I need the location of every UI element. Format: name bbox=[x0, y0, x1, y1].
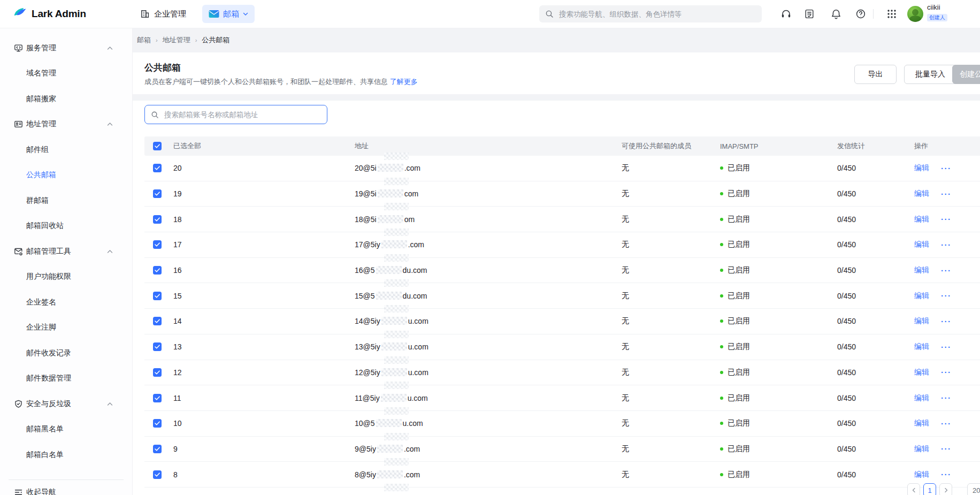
next-page-button[interactable] bbox=[939, 483, 952, 495]
mailbox-search-box[interactable] bbox=[144, 105, 327, 124]
more-actions-button[interactable]: ··· bbox=[941, 317, 952, 326]
send-stats-value: 0/450 bbox=[837, 266, 856, 275]
sidebar-item-domain-management[interactable]: 域名管理 bbox=[0, 61, 132, 87]
sidebar-item-user-permissions[interactable]: 用户功能权限 bbox=[0, 264, 132, 290]
export-button[interactable]: 导出 bbox=[854, 65, 897, 84]
row-checkbox[interactable] bbox=[153, 266, 162, 275]
edit-link[interactable]: 编辑 bbox=[914, 265, 929, 275]
global-search[interactable] bbox=[539, 5, 762, 22]
more-actions-button[interactable]: ··· bbox=[941, 419, 952, 428]
row-checkbox[interactable] bbox=[153, 445, 162, 453]
more-actions-button[interactable]: ··· bbox=[941, 368, 952, 377]
table-row: 19 19@5icom 无 已启用 0/450 编辑··· bbox=[144, 181, 980, 207]
row-checkbox[interactable] bbox=[153, 394, 162, 402]
edit-link[interactable]: 编辑 bbox=[914, 163, 929, 173]
breadcrumb-address-management[interactable]: 地址管理 bbox=[163, 35, 190, 45]
sidebar-item-enterprise-signature[interactable]: 企业签名 bbox=[0, 290, 132, 315]
row-operations: 编辑··· bbox=[914, 470, 952, 479]
edit-link[interactable]: 编辑 bbox=[914, 316, 929, 326]
row-checkbox[interactable] bbox=[153, 317, 162, 325]
row-operations: 编辑··· bbox=[914, 342, 952, 352]
edit-link[interactable]: 编辑 bbox=[914, 291, 929, 301]
status-dot-green bbox=[720, 218, 723, 221]
sidebar-item-enterprise-footer[interactable]: 企业注脚 bbox=[0, 315, 132, 341]
sidebar-item-mail-data-management[interactable]: 邮件数据管理 bbox=[0, 366, 132, 392]
user-avatar[interactable] bbox=[907, 6, 923, 22]
nav-tab-enterprise-management[interactable]: 企业管理 bbox=[140, 0, 186, 28]
more-actions-button[interactable]: ··· bbox=[941, 164, 952, 173]
more-actions-button[interactable]: ··· bbox=[941, 291, 952, 300]
sidebar-item-mailing-list[interactable]: 邮件组 bbox=[0, 137, 132, 163]
row-checkbox[interactable] bbox=[153, 292, 162, 300]
row-operations: 编辑··· bbox=[914, 215, 952, 224]
row-operations: 编辑··· bbox=[914, 418, 952, 428]
prev-page-button[interactable] bbox=[907, 483, 920, 495]
edit-link[interactable]: 编辑 bbox=[914, 240, 929, 249]
create-public-mailbox-button[interactable]: 创建公 bbox=[952, 65, 980, 84]
row-checkbox[interactable] bbox=[153, 189, 162, 198]
apps-grid-icon[interactable] bbox=[884, 6, 900, 22]
current-page-button[interactable]: 1 bbox=[923, 483, 936, 495]
edit-link[interactable]: 编辑 bbox=[914, 215, 929, 224]
send-stats-value: 0/450 bbox=[837, 368, 856, 377]
row-checkbox[interactable] bbox=[153, 342, 162, 351]
more-actions-button[interactable]: ··· bbox=[941, 470, 952, 479]
sidebar-item-mailbox-whitelist[interactable]: 邮箱白名单 bbox=[0, 442, 132, 468]
more-actions-button[interactable]: ··· bbox=[941, 189, 952, 199]
learn-more-link[interactable]: 了解更多 bbox=[390, 78, 418, 86]
survey-feedback-icon[interactable] bbox=[801, 6, 817, 22]
edit-link[interactable]: 编辑 bbox=[914, 189, 929, 199]
edit-link[interactable]: 编辑 bbox=[914, 368, 929, 377]
more-actions-button[interactable]: ··· bbox=[941, 266, 952, 275]
imap-status: 已启用 bbox=[720, 444, 750, 454]
row-checkbox[interactable] bbox=[153, 240, 162, 249]
more-actions-button[interactable]: ··· bbox=[941, 444, 952, 453]
row-checkbox[interactable] bbox=[153, 164, 162, 172]
edit-link[interactable]: 编辑 bbox=[914, 393, 929, 403]
lark-admin-logo[interactable]: Lark Admin bbox=[13, 7, 86, 21]
row-checkbox[interactable] bbox=[153, 470, 162, 479]
censored-blur bbox=[381, 368, 407, 376]
nav-tab-mailbox[interactable]: 邮箱 bbox=[202, 5, 255, 23]
more-actions-button[interactable]: ··· bbox=[941, 342, 952, 352]
sidebar-item-service-management[interactable]: 服务管理 bbox=[0, 35, 132, 61]
breadcrumb-separator: › bbox=[156, 37, 158, 43]
mailbox-name: 14 bbox=[173, 317, 182, 325]
breadcrumb-mailbox[interactable]: 邮箱 bbox=[137, 35, 151, 45]
mailbox-name: 16 bbox=[173, 266, 182, 275]
help-icon[interactable] bbox=[853, 6, 869, 22]
edit-link[interactable]: 编辑 bbox=[914, 342, 929, 352]
sidebar-item-address-management[interactable]: 地址管理 bbox=[0, 112, 132, 138]
sidebar-item-mail-logs[interactable]: 邮件收发记录 bbox=[0, 340, 132, 366]
shield-check-icon bbox=[14, 399, 23, 408]
status-dot-green bbox=[720, 345, 723, 348]
sidebar-item-mailbox-recycle-bin[interactable]: 邮箱回收站 bbox=[0, 214, 132, 239]
more-actions-button[interactable]: ··· bbox=[941, 240, 952, 249]
row-checkbox[interactable] bbox=[153, 215, 162, 224]
sidebar-item-security-antispam[interactable]: 安全与反垃圾 bbox=[0, 391, 132, 417]
sidebar-item-mail-admin-tools[interactable]: 邮箱管理工具 bbox=[0, 239, 132, 264]
more-actions-button[interactable]: ··· bbox=[941, 215, 952, 224]
sidebar-item-group-mailbox[interactable]: 群邮箱 bbox=[0, 188, 132, 214]
more-actions-button[interactable]: ··· bbox=[941, 393, 952, 402]
batch-import-button[interactable]: 批量导入 bbox=[904, 65, 956, 84]
members-value: 无 bbox=[622, 291, 629, 301]
edit-link[interactable]: 编辑 bbox=[914, 418, 929, 428]
user-info[interactable]: ciikii 创建人 bbox=[927, 4, 947, 21]
mailbox-search-input[interactable] bbox=[163, 110, 320, 119]
sidebar-item-mailbox-blacklist[interactable]: 邮箱黑名单 bbox=[0, 417, 132, 443]
sidebar-item-mailbox-migration[interactable]: 邮箱搬家 bbox=[0, 86, 132, 112]
status-dot-green bbox=[720, 243, 723, 246]
page-size-select[interactable]: 20 bbox=[967, 483, 980, 495]
support-headset-icon[interactable] bbox=[778, 6, 794, 22]
edit-link[interactable]: 编辑 bbox=[914, 444, 929, 454]
row-checkbox[interactable] bbox=[153, 368, 162, 377]
global-search-input[interactable] bbox=[558, 10, 753, 19]
sidebar-item-public-mailbox[interactable]: 公共邮箱 bbox=[0, 163, 132, 188]
row-checkbox[interactable] bbox=[153, 419, 162, 428]
collapse-nav-button[interactable]: 收起导航 bbox=[0, 480, 132, 495]
edit-link[interactable]: 编辑 bbox=[914, 470, 929, 479]
notification-bell-icon[interactable] bbox=[828, 6, 844, 22]
user-name: ciikii bbox=[927, 4, 947, 11]
select-all-checkbox[interactable] bbox=[153, 142, 162, 150]
